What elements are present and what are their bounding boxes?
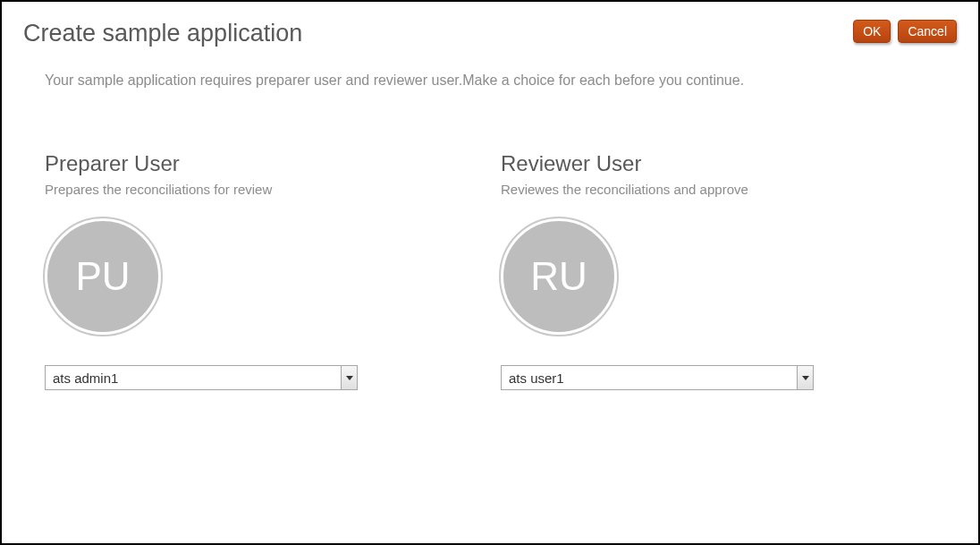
reviewer-select-value: ats user1 <box>502 366 797 389</box>
reviewer-column: Reviewer User Reviewes the reconciliatio… <box>501 151 957 390</box>
reviewer-description: Reviewes the reconciliations and approve <box>501 182 957 197</box>
preparer-avatar-initials: PU <box>75 254 130 299</box>
ok-button[interactable]: OK <box>853 20 891 43</box>
dialog-header: Create sample application OK Cancel <box>23 20 957 47</box>
reviewer-title: Reviewer User <box>501 151 957 176</box>
chevron-down-icon <box>797 366 813 389</box>
preparer-title: Preparer User <box>45 151 501 176</box>
reviewer-avatar: RU <box>501 218 617 335</box>
cancel-button[interactable]: Cancel <box>898 20 957 43</box>
preparer-select[interactable]: ats admin1 <box>45 365 358 390</box>
reviewer-select[interactable]: ats user1 <box>501 365 814 390</box>
create-sample-application-dialog: Create sample application OK Cancel Your… <box>0 0 980 545</box>
preparer-column: Preparer User Prepares the reconciliatio… <box>45 151 501 390</box>
reviewer-avatar-initials: RU <box>530 254 587 299</box>
preparer-description: Prepares the reconciliations for review <box>45 182 501 197</box>
intro-text: Your sample application requires prepare… <box>45 72 957 89</box>
user-columns: Preparer User Prepares the reconciliatio… <box>45 151 957 390</box>
dialog-buttons: OK Cancel <box>853 20 957 43</box>
preparer-select-value: ats admin1 <box>46 366 341 389</box>
preparer-avatar: PU <box>45 218 161 335</box>
chevron-down-icon <box>341 366 357 389</box>
dialog-title: Create sample application <box>23 20 302 47</box>
